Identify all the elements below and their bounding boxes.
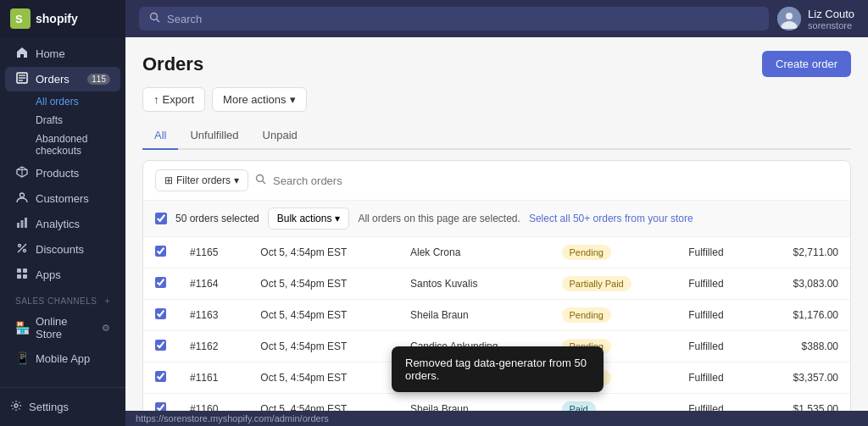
status-bar: https://sorenstore.myshopify.com/admin/o… [125, 411, 868, 426]
select-all-checkbox[interactable] [155, 213, 167, 224]
svg-point-23 [786, 13, 793, 19]
sidebar-item-analytics[interactable]: Analytics [5, 212, 120, 236]
row-checkbox[interactable] [155, 246, 166, 257]
svg-line-14 [18, 244, 26, 252]
order-number[interactable]: #1163 [178, 300, 248, 331]
settings-icon [10, 400, 22, 414]
svg-point-13 [24, 250, 26, 252]
discounts-icon [15, 242, 29, 257]
filter-chevron-icon: ▾ [234, 174, 239, 186]
svg-rect-11 [25, 218, 27, 228]
fulfillment-status: Fulfilled [676, 362, 756, 394]
tab-unfulfilled[interactable]: Unfulfilled [178, 122, 250, 150]
create-order-button[interactable]: Create order [762, 51, 851, 77]
export-label: Export [163, 93, 195, 106]
export-icon: ↑ [153, 93, 159, 106]
order-date: Oct 5, 4:54pm EST [248, 237, 398, 268]
order-number[interactable]: #1162 [178, 331, 248, 362]
add-channel-icon[interactable]: + [105, 296, 110, 306]
sidebar-item-discounts[interactable]: Discounts [5, 237, 120, 262]
sidebar-item-customers[interactable]: Customers [5, 186, 120, 211]
tab-all[interactable]: All [142, 122, 178, 150]
svg-point-8 [20, 193, 25, 197]
customer-name[interactable]: Santos Kuvalis [398, 268, 550, 300]
online-store-icon: 🏪 [15, 321, 29, 335]
table-row: #1165 Oct 5, 4:54pm EST Alek Crona Pendi… [143, 237, 850, 268]
sidebar-item-mobile-app[interactable]: 📱 Mobile App [5, 346, 120, 370]
search-icon [149, 12, 160, 25]
user-store: sorenstore [808, 20, 854, 30]
row-checkbox[interactable] [155, 340, 166, 351]
sidebar-item-orders[interactable]: Orders 115 [5, 67, 120, 91]
svg-rect-10 [21, 220, 24, 228]
order-amount: $2,711.00 [756, 237, 850, 268]
svg-rect-17 [17, 274, 21, 279]
home-icon [15, 47, 29, 61]
user-name: Liz Couto [808, 8, 854, 20]
customer-name[interactable]: Sheila Braun [398, 300, 550, 331]
more-actions-chevron-icon: ▾ [290, 93, 296, 106]
search-placeholder-text: Search [167, 13, 202, 25]
order-tabs: All Unfulfilled Unpaid [142, 122, 851, 150]
svg-point-24 [257, 175, 264, 182]
row-checkbox[interactable] [155, 308, 166, 319]
bulk-actions-button[interactable]: Bulk actions ▾ [268, 207, 350, 230]
sidebar-item-orders-label: Orders [36, 73, 70, 86]
fulfillment-status: Fulfilled [676, 237, 756, 268]
sidebar-subitem-abandoned[interactable]: Abandoned checkouts [5, 130, 120, 160]
svg-point-19 [14, 404, 18, 407]
tooltip-text: Removed tag data-generator from 50 order… [405, 357, 587, 382]
sales-channels-title: SALES CHANNELS + [0, 288, 125, 309]
user-details: Liz Couto sorenstore [808, 8, 854, 30]
bulk-actions-label: Bulk actions [277, 213, 332, 224]
sidebar-item-analytics-label: Analytics [36, 218, 80, 230]
online-store-label: Online Store [36, 315, 95, 340]
sidebar-footer: Settings [0, 387, 125, 426]
sidebar-item-online-store[interactable]: 🏪 Online Store ⚙ [5, 310, 120, 346]
filter-button[interactable]: ⊞ Filter orders ▾ [155, 169, 248, 191]
sidebar-item-customers-label: Customers [36, 192, 89, 205]
order-number[interactable]: #1164 [178, 268, 248, 300]
select-all-link[interactable]: Select all 50+ orders from your store [529, 213, 693, 224]
global-search-bar[interactable]: Search [139, 7, 769, 30]
order-number[interactable]: #1165 [178, 237, 248, 268]
analytics-icon [15, 217, 29, 231]
more-actions-button[interactable]: More actions ▾ [212, 87, 306, 112]
export-button[interactable]: ↑ Export [142, 87, 205, 112]
page-header: Orders Create order [142, 51, 851, 77]
fulfillment-status: Fulfilled [676, 300, 756, 331]
customer-name[interactable]: Alek Crona [398, 237, 550, 268]
order-number[interactable]: #1161 [178, 362, 248, 394]
row-checkbox[interactable] [155, 371, 166, 382]
row-checkbox[interactable] [155, 277, 166, 288]
shopify-icon: S [10, 8, 31, 29]
sidebar-subitem-all-orders[interactable]: All orders [5, 92, 120, 111]
order-date: Oct 5, 4:54pm EST [248, 300, 398, 331]
shopify-logo[interactable]: S shopify [10, 8, 78, 29]
payment-badge: Pending [562, 245, 611, 260]
payment-status: Partially Paid [550, 268, 677, 300]
svg-line-25 [263, 181, 266, 185]
svg-rect-15 [17, 268, 21, 273]
user-info[interactable]: Liz Couto sorenstore [777, 7, 854, 30]
bulk-action-bar: 50 orders selected Bulk actions ▾ All or… [143, 201, 850, 237]
filter-label: Filter orders [176, 174, 231, 186]
sidebar-item-home[interactable]: Home [5, 41, 120, 66]
sidebar-item-apps[interactable]: Apps [5, 263, 120, 287]
tooltip-notification: Removed tag data-generator from 50 order… [392, 346, 604, 392]
settings-label: Settings [29, 401, 69, 413]
sidebar-logo-area: S shopify [0, 0, 125, 37]
page-title: Orders [142, 53, 203, 75]
tab-unpaid[interactable]: Unpaid [251, 122, 309, 150]
orders-badge: 115 [87, 74, 110, 85]
payment-badge: Pending [562, 307, 611, 323]
sidebar-item-discounts-label: Discounts [36, 243, 84, 256]
online-store-settings-icon[interactable]: ⚙ [102, 323, 110, 334]
products-icon [15, 166, 29, 180]
settings-item[interactable]: Settings [10, 395, 115, 419]
sidebar-subitem-drafts[interactable]: Drafts [5, 111, 120, 130]
svg-rect-9 [17, 223, 19, 228]
sidebar-item-products[interactable]: Products [5, 161, 120, 185]
table-row: #1163 Oct 5, 4:54pm EST Sheila Braun Pen… [143, 300, 850, 331]
search-orders-input[interactable] [273, 174, 838, 187]
